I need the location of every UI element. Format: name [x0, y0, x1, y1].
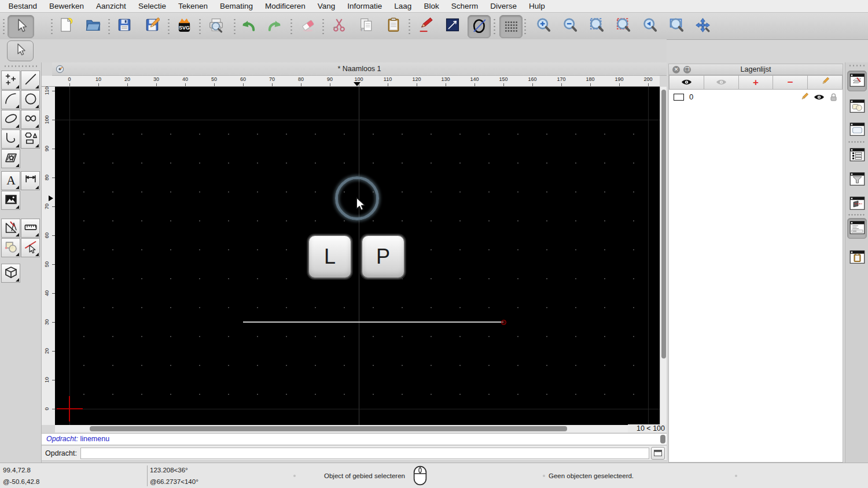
open-file-button[interactable] — [82, 15, 104, 37]
hide-all-layers-icon — [716, 77, 727, 88]
palette-drag-handle[interactable] — [3, 65, 37, 67]
drawing-canvas[interactable]: L P — [55, 87, 660, 425]
horizontal-scrollbar-thumb[interactable] — [90, 426, 567, 431]
zoom-window-button[interactable] — [665, 15, 687, 37]
line-tool-button[interactable] — [21, 71, 40, 90]
property-editor-panel-toggle[interactable] — [847, 145, 867, 166]
grid-toggle-button[interactable] — [499, 15, 523, 38]
h-ruler-tick — [388, 83, 388, 86]
polyline-tool-button[interactable] — [1, 130, 20, 149]
history-scrollbar-thumb[interactable] — [660, 435, 665, 443]
pen-bar-panel-toggle[interactable] — [847, 194, 867, 215]
h-ruler-tick — [532, 83, 533, 86]
menu-bestand[interactable]: Bestand — [2, 2, 43, 10]
layer-visible-eye-icon[interactable] — [814, 94, 825, 101]
cut-button[interactable]: + — [328, 15, 350, 37]
save-as-button[interactable] — [141, 15, 163, 37]
circle-tool-icon — [24, 92, 38, 108]
horizontal-scrollbar[interactable] — [55, 425, 628, 432]
zoom-out-button[interactable] — [559, 15, 581, 37]
cut-icon: + — [331, 17, 347, 35]
drafting-tools-icon — [4, 220, 18, 236]
text-tool-button[interactable]: A — [1, 171, 20, 190]
select-tool-button[interactable] — [7, 40, 34, 61]
draft-mode-button[interactable] — [468, 15, 491, 38]
image-tool-button[interactable] — [1, 191, 20, 210]
polygon-tool-button[interactable] — [21, 130, 40, 149]
new-document-button[interactable] — [55, 15, 77, 37]
menu-informatie[interactable]: Informatie — [341, 2, 388, 10]
select-entity-tool-button[interactable] — [21, 238, 40, 257]
add-layer-button[interactable]: + — [739, 75, 774, 90]
ellipse-tool-button[interactable] — [1, 110, 20, 129]
command-detach-button[interactable] — [651, 447, 665, 460]
delete-eraser-button[interactable] — [297, 15, 319, 37]
zoom-in-button[interactable] — [532, 15, 554, 37]
layer-list-panel-toggle[interactable] — [847, 71, 867, 91]
measure-tool-button[interactable] — [21, 219, 40, 238]
h-ruler-tick — [619, 83, 620, 86]
menu-scherm[interactable]: Scherm — [445, 2, 484, 10]
zoom-selection-icon — [615, 17, 632, 36]
selection-filter-panel-toggle[interactable] — [847, 169, 867, 190]
edit-layer-button[interactable] — [808, 75, 843, 90]
select-tool-button[interactable] — [8, 15, 34, 38]
solid-3d-tool-button[interactable] — [1, 264, 20, 283]
h-ruler-label: 160 — [524, 76, 541, 82]
dock-drag-handle[interactable] — [848, 65, 866, 66]
block-list-panel-toggle[interactable] — [847, 97, 867, 117]
menu-laag[interactable]: Laag — [388, 2, 418, 10]
menu-blok[interactable]: Blok — [418, 2, 445, 10]
menu-tekenen[interactable]: Tekenen — [172, 2, 214, 10]
save-button[interactable] — [113, 15, 135, 37]
clipboard-panel-toggle[interactable] — [847, 247, 867, 268]
drafting-tools-button[interactable] — [1, 219, 20, 238]
print-preview-button[interactable] — [205, 15, 227, 37]
status-bar: 99.4,72.8 @-50.6,42.8 123.208<36° @66.27… — [0, 463, 868, 488]
hide-all-layers-button[interactable] — [704, 75, 739, 90]
redo-button[interactable] — [264, 15, 286, 37]
pen-attributes-button[interactable] — [414, 15, 436, 37]
command-line-panel-toggle[interactable] — [847, 218, 867, 239]
menu-diverse[interactable]: Diverse — [484, 2, 523, 10]
svg-text:SVG: SVG — [178, 25, 189, 31]
zoom-auto-button[interactable] — [586, 15, 608, 37]
library-browser-panel-toggle[interactable] — [847, 120, 867, 141]
layer-lock-icon[interactable] — [830, 93, 837, 102]
menu-aanzicht[interactable]: Aanzicht — [90, 2, 133, 10]
application-window: BestandBewerkenAanzichtSelectieTekenenBe… — [0, 0, 868, 488]
arc-tool-button[interactable] — [1, 90, 20, 109]
dimension-tool-button[interactable] — [21, 171, 40, 190]
menu-bewerken[interactable]: Bewerken — [43, 2, 90, 10]
vertical-scrollbar-thumb[interactable] — [661, 90, 666, 358]
line-entity[interactable] — [243, 321, 503, 323]
menu-selectie[interactable]: Selectie — [132, 2, 172, 10]
layer-panel-titlebar: ✕ ❐ Lagenlijst — [669, 64, 843, 75]
spline-tool-button[interactable] — [21, 110, 40, 129]
undo-button[interactable] — [237, 15, 259, 37]
menu-hulp[interactable]: Hulp — [523, 2, 551, 10]
circle-tool-button[interactable] — [21, 90, 40, 109]
document-tab-bar[interactable]: * Naamloos 1 — [52, 62, 667, 76]
points-tool-button[interactable] — [1, 71, 20, 90]
command-input[interactable] — [80, 448, 649, 459]
zoom-selection-button[interactable] — [612, 15, 634, 37]
delete-eraser-icon — [300, 17, 316, 35]
layer-edit-pencil-icon[interactable] — [800, 93, 808, 101]
menu-vang[interactable]: Vang — [311, 2, 341, 10]
modify-tool-button[interactable] — [1, 238, 20, 257]
svg-export-button[interactable]: SVG — [173, 15, 195, 37]
show-all-layers-button[interactable] — [669, 75, 704, 90]
menu-modificeren[interactable]: Modificeren — [259, 2, 312, 10]
remove-layer-button[interactable]: − — [773, 75, 808, 90]
library-browser-panel-icon — [849, 122, 865, 139]
layer-row[interactable]: 0 — [669, 91, 843, 103]
paste-button[interactable] — [382, 15, 404, 37]
zoom-previous-button[interactable] — [639, 15, 661, 37]
line-attributes-button[interactable] — [442, 15, 464, 37]
zoom-pan-button[interactable] — [692, 15, 713, 37]
menu-bemating[interactable]: Bemating — [214, 2, 259, 10]
hatch-tool-button[interactable] — [1, 149, 20, 168]
copy-button[interactable]: + — [355, 15, 377, 37]
vertical-scrollbar[interactable] — [660, 87, 667, 425]
